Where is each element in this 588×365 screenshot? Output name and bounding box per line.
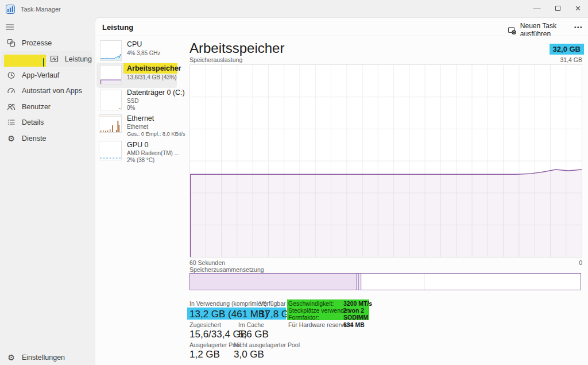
sidebar-item-einstellungen[interactable]: ⚙ Einstellungen <box>1 349 92 365</box>
settings-gear-icon: ⚙ <box>7 353 16 362</box>
maximize-icon <box>555 6 560 11</box>
sidebar-item-prozesse[interactable]: Prozesse <box>1 35 92 51</box>
perf-item-title: Datenträger 0 (C:) <box>127 89 185 97</box>
composition-segment-standby <box>362 274 424 290</box>
sidebar-item-details[interactable]: Details <box>1 114 92 130</box>
sidebar-item-leistung[interactable]: Leistung <box>1 51 92 67</box>
memory-mini-chart <box>100 65 122 84</box>
more-options-button[interactable]: ••• <box>574 24 583 30</box>
perf-item-sub: 2% (38 °C) <box>127 157 154 163</box>
perf-item-sub: 13,6/31,4 GB (43%) <box>127 74 177 80</box>
perf-item-title: Ethernet <box>127 114 154 122</box>
perf-item-title: CPU <box>127 40 142 48</box>
sidebar-item-autostart[interactable]: Autostart von Apps <box>1 83 92 98</box>
processes-icon <box>7 39 16 47</box>
cpu-mini-chart <box>100 40 122 61</box>
selected-accent-pill <box>43 58 44 67</box>
slots-label: Steckplätze verwendet: <box>288 307 351 314</box>
total-memory-value: 32,0 GB <box>553 45 581 53</box>
app-icon <box>6 5 15 14</box>
in-use-value: 13,2 GB (461 MB) <box>189 309 268 320</box>
nonpaged-pool-value: 3,0 GB <box>234 349 264 360</box>
hw-speed-row: Geschwindigkeit: 3200 MT/s <box>288 300 370 307</box>
sidebar-item-dienste[interactable]: ⚙ Dienste <box>1 130 92 146</box>
composition-segment-modified <box>356 274 362 290</box>
sidebar-item-label: Dienste <box>22 135 46 143</box>
chart-time-label: 60 Sekunden <box>189 259 225 266</box>
reserved-value: 634 MB <box>343 321 365 328</box>
perf-item-sub: Ethernet <box>127 124 148 130</box>
close-button[interactable]: × <box>568 0 588 17</box>
history-icon <box>7 71 16 79</box>
perf-item-title: Arbeitsspeicher <box>127 64 181 72</box>
available-label: Verfügbar <box>260 300 286 307</box>
memory-usage-chart-svg <box>190 65 582 257</box>
hw-slots-row: Steckplätze verwendet: 2 von 2 <box>288 307 370 314</box>
in-use-label: In Verwendung (komprimiert) <box>189 300 267 307</box>
memory-composition-bar <box>189 273 581 290</box>
ellipsis-icon: ••• <box>574 24 583 30</box>
sidebar-item-label: Benutzer <box>22 103 51 111</box>
perf-item-sub: AMD Radeon(TM) ... <box>127 150 179 156</box>
nav-menu-button[interactable] <box>5 22 15 32</box>
performance-icon <box>50 55 59 63</box>
disk-mini-chart <box>100 90 122 110</box>
annotation-highlight-total-memory: 32,0 GB <box>550 44 584 55</box>
ethernet-mini-chart <box>99 114 122 133</box>
composition-label: Speicherzusammensetzung <box>189 266 264 273</box>
committed-label: Zugesichert <box>189 321 221 328</box>
cached-label: Im Cache <box>238 321 264 328</box>
header-divider <box>95 36 588 36</box>
annotation-highlight-leistung <box>4 55 46 67</box>
sidebar-item-label: Prozesse <box>22 39 52 47</box>
minimize-button[interactable]: — <box>527 0 547 17</box>
page-title: Leistung <box>102 23 133 32</box>
perf-item-sub: SSD <box>127 98 138 104</box>
startup-icon <box>7 86 16 95</box>
sidebar-item-app-verlauf[interactable]: App-Verlauf <box>1 67 92 83</box>
sidebar-item-label: Leistung <box>65 55 92 63</box>
perf-item-title: GPU 0 <box>127 141 149 149</box>
maximize-button[interactable] <box>547 0 568 17</box>
sidebar-item-label: Autostart von Apps <box>22 87 82 95</box>
chart-time-zero: 0 <box>579 259 582 266</box>
perf-item-sub: Ges.: 0 Empf.: 8,0 KBit/s <box>127 130 185 137</box>
hw-reserved-row: Für Hardware reserviert: 634 MB <box>288 321 370 328</box>
chart-max-label: 31,4 GB <box>560 56 582 63</box>
sidebar-item-label: Details <box>22 118 44 126</box>
new-task-icon <box>508 26 516 34</box>
hamburger-icon <box>5 22 15 32</box>
composition-segment-in-use <box>190 274 356 290</box>
speed-value: 3200 MT/s <box>343 300 372 307</box>
window-title: Task-Manager <box>21 6 61 13</box>
hw-form-row: Formfaktor: SODIMM <box>288 314 370 321</box>
services-icon: ⚙ <box>7 134 16 143</box>
nonpaged-pool-label: Nicht ausgelagerter Pool <box>234 341 300 348</box>
speed-label: Geschwindigkeit: <box>288 300 334 307</box>
paged-pool-label: Ausgelagerter Pool <box>189 341 241 348</box>
paged-pool-value: 1,2 GB <box>189 349 220 360</box>
close-icon: × <box>575 3 581 14</box>
users-icon <box>7 102 16 111</box>
slots-value: 2 von 2 <box>343 307 364 314</box>
gpu-mini-chart <box>99 141 122 160</box>
form-factor-value: SODIMM <box>343 314 368 321</box>
memory-usage-chart <box>189 64 582 258</box>
usage-chart-label: Speicherauslastung <box>189 56 242 63</box>
perf-item-sub: 0% <box>127 105 135 111</box>
detail-title: Arbeitsspeicher <box>189 40 284 56</box>
cached-value: 5,6 GB <box>238 329 269 340</box>
task-manager-window: Task-Manager — × Prozesse Leistung App-V… <box>0 0 588 365</box>
minimize-icon: — <box>533 4 541 13</box>
details-icon <box>7 118 16 126</box>
perf-item-sub: 4% 3,85 GHz <box>127 50 160 56</box>
sidebar-item-label: Einstellungen <box>22 354 65 362</box>
form-factor-label: Formfaktor: <box>288 314 319 321</box>
sidebar-item-label: App-Verlauf <box>22 71 59 79</box>
composition-segment-free <box>424 274 581 290</box>
sidebar-item-benutzer[interactable]: Benutzer <box>1 99 92 114</box>
